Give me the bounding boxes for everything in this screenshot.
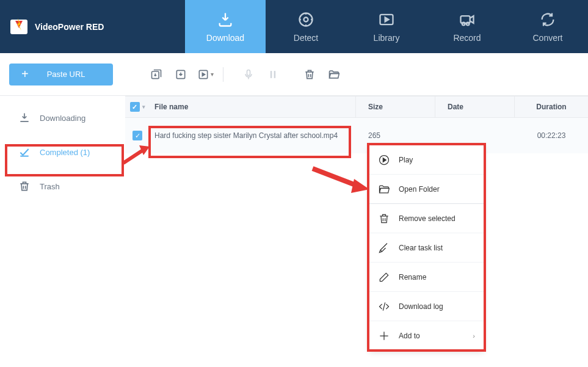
svg-rect-10	[247, 70, 250, 75]
detect-icon	[297, 11, 314, 28]
caret-down-icon: ▾	[211, 71, 214, 78]
chevron-right-icon: ›	[473, 332, 475, 340]
video-settings-icon	[197, 68, 209, 81]
logo-area: VideoPower RED	[0, 0, 185, 53]
sidebar-item-downloading[interactable]: Downloading	[0, 101, 125, 135]
single-download-button[interactable]	[172, 66, 189, 83]
svg-point-1	[300, 13, 313, 26]
trash-icon	[18, 180, 31, 192]
nav-tab-record[interactable]: Record	[427, 0, 507, 53]
pause-icon	[267, 68, 279, 81]
nav-tab-detect[interactable]: Detect	[266, 0, 346, 53]
sidebar: Downloading Completed (1) Trash	[0, 96, 125, 367]
ctx-add-to[interactable]: Add to ›	[369, 321, 484, 351]
pencil-icon	[378, 271, 390, 283]
toolbar: + Paste URL ▾	[0, 53, 588, 96]
header-size[interactable]: Size	[356, 96, 435, 117]
header-date[interactable]: Date	[435, 96, 515, 117]
context-menu: Play Open Folder Remove selected Clear t…	[369, 145, 484, 351]
box-down-icon	[175, 68, 187, 81]
caret-down-icon: ▾	[142, 104, 145, 110]
ctx-rename[interactable]: Rename	[369, 263, 484, 292]
sidebar-item-completed[interactable]: Completed (1)	[0, 135, 125, 169]
download-icon	[217, 11, 234, 28]
plus-icon	[378, 330, 390, 342]
svg-rect-11	[270, 71, 272, 78]
mic-button[interactable]	[240, 66, 257, 83]
completed-icon	[18, 146, 31, 158]
nav-tabs: Download Detect Library Record Convert	[185, 0, 588, 53]
folder-open-icon	[378, 183, 390, 195]
row-filename: Hard fucking step sister Marilyn Crystal…	[150, 118, 356, 153]
mic-icon	[242, 68, 255, 81]
checkbox-checked-icon: ✓	[132, 131, 142, 140]
main-panel: ✓ ▾ File name Size Date Duration ✓ Hard …	[125, 96, 588, 367]
trash-icon	[378, 213, 390, 225]
row-duration: 00:22:23	[515, 131, 588, 140]
nav-tab-convert[interactable]: Convert	[507, 0, 588, 53]
convert-icon	[539, 11, 556, 28]
ctx-play[interactable]: Play	[369, 145, 484, 175]
code-icon	[378, 300, 390, 313]
plus-icon: +	[21, 67, 29, 81]
library-icon	[378, 11, 395, 28]
stack-down-icon	[150, 68, 162, 81]
table-header: ✓ ▾ File name Size Date Duration	[125, 96, 588, 118]
svg-rect-12	[274, 71, 276, 78]
delete-button[interactable]	[301, 66, 318, 83]
open-folder-button[interactable]	[325, 66, 343, 83]
ctx-open-folder[interactable]: Open Folder	[369, 175, 484, 204]
app-logo-icon	[9, 17, 29, 37]
nav-tab-download[interactable]: Download	[185, 0, 266, 53]
folder-open-icon	[328, 68, 340, 81]
app-title: VideoPower RED	[35, 22, 104, 32]
select-all-cell[interactable]: ✓ ▾	[125, 102, 150, 112]
downloading-icon	[18, 112, 31, 124]
app-header: VideoPower RED Download Detect Library R…	[0, 0, 588, 53]
ctx-clear-task-list[interactable]: Clear task list	[369, 233, 484, 263]
ctx-remove-selected[interactable]: Remove selected	[369, 204, 484, 233]
paste-url-button[interactable]: + Paste URL	[9, 64, 113, 85]
pause-button[interactable]	[264, 66, 281, 83]
convert-settings-button[interactable]: ▾	[197, 66, 214, 83]
header-duration[interactable]: Duration	[515, 103, 588, 111]
batch-download-button[interactable]	[148, 66, 165, 83]
sidebar-item-trash[interactable]: Trash	[0, 169, 125, 203]
ctx-download-log[interactable]: Download log	[369, 292, 484, 321]
table-row[interactable]: ✓ Hard fucking step sister Marilyn Cryst…	[125, 118, 588, 153]
trash-icon	[303, 68, 316, 81]
body: Downloading Completed (1) Trash ✓ ▾ File…	[0, 96, 588, 367]
checkbox-checked-icon: ✓	[130, 102, 140, 112]
nav-tab-library[interactable]: Library	[346, 0, 427, 53]
separator	[223, 67, 223, 82]
play-icon	[378, 154, 390, 166]
svg-point-2	[304, 17, 308, 21]
broom-icon	[378, 242, 390, 254]
record-icon	[459, 11, 476, 28]
row-checkbox-cell[interactable]: ✓	[125, 131, 150, 140]
header-filename[interactable]: File name	[150, 96, 356, 117]
